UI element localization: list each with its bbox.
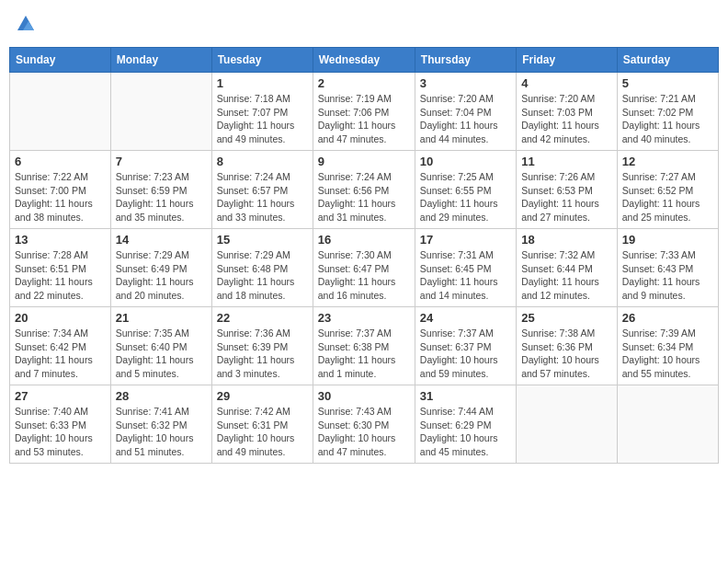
calendar-cell: 19Sunrise: 7:33 AM Sunset: 6:43 PM Dayli… [617,229,718,307]
calendar-cell: 2Sunrise: 7:19 AM Sunset: 7:06 PM Daylig… [313,73,415,151]
calendar-cell: 11Sunrise: 7:26 AM Sunset: 6:53 PM Dayli… [517,151,618,229]
day-info: Sunrise: 7:25 AM Sunset: 6:55 PM Dayligh… [420,170,511,224]
day-number: 28 [116,389,207,403]
calendar-day-header: Tuesday [211,48,313,73]
day-number: 27 [15,389,106,403]
day-number: 21 [116,311,207,325]
day-number: 23 [318,311,410,325]
calendar-cell: 25Sunrise: 7:38 AM Sunset: 6:36 PM Dayli… [517,307,618,385]
day-info: Sunrise: 7:23 AM Sunset: 6:59 PM Dayligh… [116,170,207,224]
day-number: 16 [318,233,410,247]
day-info: Sunrise: 7:20 AM Sunset: 7:04 PM Dayligh… [420,92,511,146]
calendar-cell: 24Sunrise: 7:37 AM Sunset: 6:37 PM Dayli… [415,307,516,385]
day-info: Sunrise: 7:37 AM Sunset: 6:37 PM Dayligh… [420,327,511,381]
day-number: 2 [318,76,410,90]
calendar-cell: 30Sunrise: 7:43 AM Sunset: 6:30 PM Dayli… [313,385,415,464]
day-number: 25 [521,311,612,325]
calendar-cell: 7Sunrise: 7:23 AM Sunset: 6:59 PM Daylig… [110,151,211,229]
calendar-day-header: Thursday [415,48,516,73]
day-number: 3 [420,76,511,90]
day-number: 12 [622,155,713,168]
calendar-cell [517,385,618,464]
day-info: Sunrise: 7:18 AM Sunset: 7:07 PM Dayligh… [217,92,308,146]
calendar-cell: 31Sunrise: 7:44 AM Sunset: 6:29 PM Dayli… [415,385,516,464]
day-number: 18 [521,233,612,247]
calendar-cell: 8Sunrise: 7:24 AM Sunset: 6:57 PM Daylig… [211,151,313,229]
day-info: Sunrise: 7:35 AM Sunset: 6:40 PM Dayligh… [116,327,207,381]
logo [14,14,36,38]
day-info: Sunrise: 7:39 AM Sunset: 6:34 PM Dayligh… [622,327,713,381]
calendar-cell: 27Sunrise: 7:40 AM Sunset: 6:33 PM Dayli… [10,385,111,464]
calendar-cell: 15Sunrise: 7:29 AM Sunset: 6:48 PM Dayli… [211,229,313,307]
calendar-cell: 4Sunrise: 7:20 AM Sunset: 7:03 PM Daylig… [517,73,618,151]
calendar-week-row: 13Sunrise: 7:28 AM Sunset: 6:51 PM Dayli… [10,229,719,307]
day-number: 6 [15,155,106,168]
calendar-week-row: 1Sunrise: 7:18 AM Sunset: 7:07 PM Daylig… [10,73,719,151]
calendar-cell: 26Sunrise: 7:39 AM Sunset: 6:34 PM Dayli… [617,307,718,385]
calendar-cell [10,73,111,151]
calendar-cell [110,73,211,151]
day-info: Sunrise: 7:29 AM Sunset: 6:48 PM Dayligh… [217,248,308,303]
calendar-cell: 10Sunrise: 7:25 AM Sunset: 6:55 PM Dayli… [415,151,516,229]
calendar-header-row: SundayMondayTuesdayWednesdayThursdayFrid… [10,48,719,73]
day-number: 10 [420,155,511,168]
calendar-week-row: 20Sunrise: 7:34 AM Sunset: 6:42 PM Dayli… [10,307,719,385]
day-number: 13 [15,233,106,247]
day-info: Sunrise: 7:41 AM Sunset: 6:32 PM Dayligh… [116,405,207,459]
calendar-cell: 9Sunrise: 7:24 AM Sunset: 6:56 PM Daylig… [313,151,415,229]
day-info: Sunrise: 7:24 AM Sunset: 6:56 PM Dayligh… [318,170,410,224]
calendar-day-header: Friday [517,48,618,73]
day-number: 15 [217,233,308,247]
day-info: Sunrise: 7:42 AM Sunset: 6:31 PM Dayligh… [217,405,308,459]
calendar-cell: 28Sunrise: 7:41 AM Sunset: 6:32 PM Dayli… [110,385,211,464]
day-info: Sunrise: 7:27 AM Sunset: 6:52 PM Dayligh… [622,170,713,224]
day-number: 24 [420,311,511,325]
page-header [9,9,719,38]
calendar-cell: 1Sunrise: 7:18 AM Sunset: 7:07 PM Daylig… [211,73,313,151]
calendar-table: SundayMondayTuesdayWednesdayThursdayFrid… [9,47,719,464]
day-number: 5 [622,76,713,90]
day-info: Sunrise: 7:43 AM Sunset: 6:30 PM Dayligh… [318,405,410,459]
calendar-cell: 17Sunrise: 7:31 AM Sunset: 6:45 PM Dayli… [415,229,516,307]
calendar-week-row: 27Sunrise: 7:40 AM Sunset: 6:33 PM Dayli… [10,385,719,464]
day-info: Sunrise: 7:40 AM Sunset: 6:33 PM Dayligh… [15,405,106,459]
calendar-cell: 21Sunrise: 7:35 AM Sunset: 6:40 PM Dayli… [110,307,211,385]
calendar-cell: 13Sunrise: 7:28 AM Sunset: 6:51 PM Dayli… [10,229,111,307]
day-info: Sunrise: 7:31 AM Sunset: 6:45 PM Dayligh… [420,248,511,303]
day-info: Sunrise: 7:28 AM Sunset: 6:51 PM Dayligh… [15,248,106,303]
calendar-cell: 18Sunrise: 7:32 AM Sunset: 6:44 PM Dayli… [517,229,618,307]
day-number: 8 [217,155,308,168]
day-info: Sunrise: 7:33 AM Sunset: 6:43 PM Dayligh… [622,248,713,303]
calendar-cell: 20Sunrise: 7:34 AM Sunset: 6:42 PM Dayli… [10,307,111,385]
day-info: Sunrise: 7:29 AM Sunset: 6:49 PM Dayligh… [116,248,207,303]
day-number: 1 [217,76,308,90]
day-number: 22 [217,311,308,325]
day-number: 29 [217,389,308,403]
day-info: Sunrise: 7:32 AM Sunset: 6:44 PM Dayligh… [521,248,612,303]
day-number: 14 [116,233,207,247]
day-info: Sunrise: 7:34 AM Sunset: 6:42 PM Dayligh… [15,327,106,381]
calendar-week-row: 6Sunrise: 7:22 AM Sunset: 7:00 PM Daylig… [10,151,719,229]
day-number: 30 [318,389,410,403]
day-number: 26 [622,311,713,325]
day-number: 9 [318,155,410,168]
calendar-cell [617,385,718,464]
calendar-day-header: Wednesday [313,48,415,73]
calendar-cell: 12Sunrise: 7:27 AM Sunset: 6:52 PM Dayli… [617,151,718,229]
day-info: Sunrise: 7:36 AM Sunset: 6:39 PM Dayligh… [217,327,308,381]
day-info: Sunrise: 7:19 AM Sunset: 7:06 PM Dayligh… [318,92,410,146]
day-info: Sunrise: 7:22 AM Sunset: 7:00 PM Dayligh… [15,170,106,224]
day-info: Sunrise: 7:21 AM Sunset: 7:02 PM Dayligh… [622,92,713,146]
day-info: Sunrise: 7:37 AM Sunset: 6:38 PM Dayligh… [318,327,410,381]
calendar-cell: 5Sunrise: 7:21 AM Sunset: 7:02 PM Daylig… [617,73,718,151]
calendar-cell: 22Sunrise: 7:36 AM Sunset: 6:39 PM Dayli… [211,307,313,385]
day-info: Sunrise: 7:24 AM Sunset: 6:57 PM Dayligh… [217,170,308,224]
calendar-day-header: Saturday [617,48,718,73]
day-info: Sunrise: 7:44 AM Sunset: 6:29 PM Dayligh… [420,405,511,459]
day-number: 31 [420,389,511,403]
day-number: 19 [622,233,713,247]
calendar-day-header: Sunday [10,48,111,73]
calendar-day-header: Monday [110,48,211,73]
day-number: 17 [420,233,511,247]
calendar-cell: 3Sunrise: 7:20 AM Sunset: 7:04 PM Daylig… [415,73,516,151]
